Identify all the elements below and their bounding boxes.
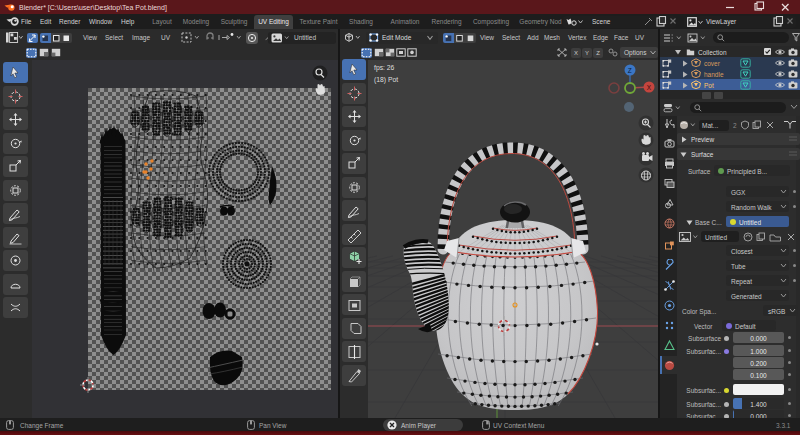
svg-text:(18) Pot: (18) Pot: [374, 76, 398, 84]
svg-text:X: X: [647, 84, 652, 91]
svg-text:Z: Z: [628, 67, 632, 74]
svg-text:fps: 26: fps: 26: [374, 64, 395, 72]
